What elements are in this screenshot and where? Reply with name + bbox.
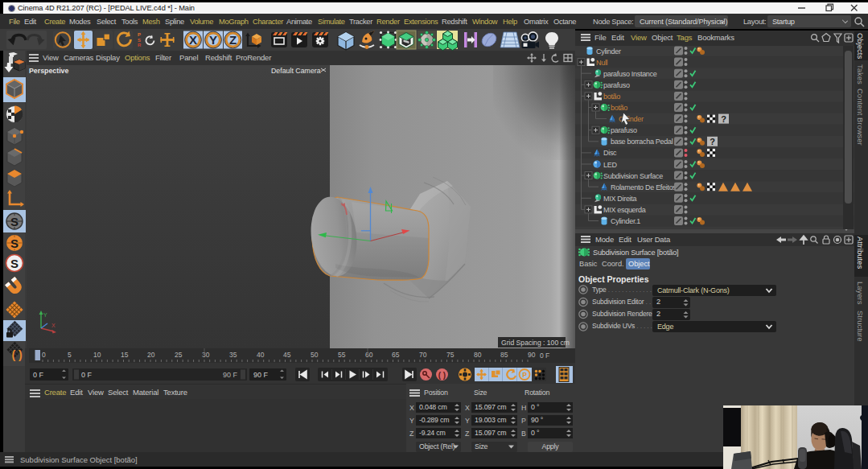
svg-text:Perspective: Perspective xyxy=(29,67,68,75)
svg-text:Disc: Disc xyxy=(603,149,617,157)
svg-text:0 F: 0 F xyxy=(540,352,549,360)
svg-text:( ): ( ) xyxy=(11,348,22,361)
svg-text:X: X xyxy=(51,323,56,328)
svg-text:parafuso: parafuso xyxy=(603,81,630,89)
svg-text:MIX Direita: MIX Direita xyxy=(603,195,637,203)
svg-text:base borracha Pedal: base borracha Pedal xyxy=(611,138,673,146)
svg-text:0 F: 0 F xyxy=(81,371,93,379)
svg-text:P: P xyxy=(138,32,141,37)
svg-text:S: S xyxy=(138,38,141,43)
svg-text:P: P xyxy=(522,371,527,379)
svg-text:90 F: 90 F xyxy=(253,371,269,379)
svg-text:( ): ( ) xyxy=(438,371,446,380)
svg-text:MIX esquerda: MIX esquerda xyxy=(603,206,646,214)
svg-text:X: X xyxy=(189,33,197,47)
svg-text:10: 10 xyxy=(93,351,101,359)
svg-text:R: R xyxy=(138,43,142,47)
svg-text:?: ? xyxy=(710,137,715,146)
svg-text:45: 45 xyxy=(283,351,291,359)
svg-text:40: 40 xyxy=(257,351,265,359)
svg-text:0 F: 0 F xyxy=(33,371,44,379)
svg-text:Default Camera: Default Camera xyxy=(271,67,321,75)
svg-text:25: 25 xyxy=(175,351,183,359)
svg-text:LED: LED xyxy=(603,161,617,169)
svg-text:50: 50 xyxy=(311,351,319,359)
svg-text:35: 35 xyxy=(229,351,237,359)
svg-text:Subdivision Surface: Subdivision Surface xyxy=(603,172,663,180)
svg-text:Cylinder.1: Cylinder.1 xyxy=(611,217,640,225)
svg-text:5: 5 xyxy=(68,351,72,359)
svg-text:Grid Spacing : 100 cm: Grid Spacing : 100 cm xyxy=(501,339,570,347)
svg-text:Z: Z xyxy=(229,33,237,47)
svg-text:15: 15 xyxy=(121,351,129,359)
svg-text:60: 60 xyxy=(365,351,373,359)
svg-text:S: S xyxy=(10,257,19,270)
svg-text:70: 70 xyxy=(419,351,427,359)
svg-text:20: 20 xyxy=(147,351,155,359)
svg-text:parafuso: parafuso xyxy=(611,126,637,134)
svg-text:botão: botão xyxy=(603,93,620,101)
svg-text:Y: Y xyxy=(43,312,47,318)
svg-text:Rolamento De Efeitos: Rolamento De Efeitos xyxy=(611,183,677,191)
svg-text:75: 75 xyxy=(446,351,455,359)
svg-text:80: 80 xyxy=(474,351,482,359)
svg-text:0: 0 xyxy=(42,351,46,359)
svg-text:30: 30 xyxy=(202,351,210,359)
svg-text:?: ? xyxy=(721,114,726,124)
svg-text:Cylinder: Cylinder xyxy=(596,47,621,56)
svg-text:parafuso Instance: parafuso Instance xyxy=(603,70,657,78)
svg-text:Y: Y xyxy=(209,33,217,47)
svg-text:S: S xyxy=(10,215,19,228)
svg-text:65: 65 xyxy=(392,351,400,359)
svg-text:55: 55 xyxy=(338,351,346,359)
svg-text:85: 85 xyxy=(500,351,508,359)
svg-text:Null: Null xyxy=(596,59,608,67)
svg-text:90 F: 90 F xyxy=(223,371,238,379)
svg-text:90: 90 xyxy=(528,351,536,359)
svg-text:botão: botão xyxy=(611,104,627,112)
svg-text:S: S xyxy=(10,237,19,250)
